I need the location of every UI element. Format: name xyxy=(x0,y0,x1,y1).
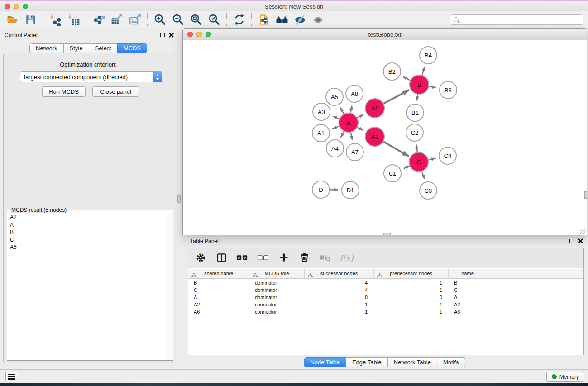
column-header-MCDS-role[interactable]: MCDS role xyxy=(249,269,305,278)
graph-edge[interactable] xyxy=(403,77,410,81)
result-item[interactable]: C xyxy=(10,236,173,244)
run-mcds-button[interactable]: Run MCDS xyxy=(42,86,86,97)
graph-edge[interactable] xyxy=(351,133,353,140)
graph-edge[interactable] xyxy=(340,108,344,114)
column-header-name[interactable]: name xyxy=(449,269,487,278)
table-close-icon[interactable] xyxy=(578,238,583,243)
search-input[interactable] xyxy=(459,15,583,24)
close-panel-button[interactable]: Close panel xyxy=(92,86,139,97)
panel-splitter-handle[interactable] xyxy=(177,195,181,203)
tab-style[interactable]: Style xyxy=(63,43,89,53)
column-header-predecessor-nodes[interactable]: predecessor nodes xyxy=(374,269,449,278)
tab-mcds[interactable]: MCDS xyxy=(117,43,147,53)
close-panel-icon[interactable] xyxy=(169,33,174,38)
zoom-selected-button[interactable] xyxy=(205,12,223,27)
vertical-scroll-handle[interactable] xyxy=(584,191,587,199)
tab-network[interactable]: Network xyxy=(29,43,64,53)
graph-node-A8[interactable]: A8 xyxy=(346,85,363,102)
graph-node-B1[interactable]: B1 xyxy=(406,104,424,121)
graph-node-C4[interactable]: C4 xyxy=(439,147,456,164)
graph-node-C[interactable]: C xyxy=(409,152,428,172)
graph-node-A6[interactable]: A6 xyxy=(365,99,384,118)
home-views-button[interactable] xyxy=(273,12,291,27)
table-row[interactable]: Cdominator41C xyxy=(188,286,583,294)
graph-node-B2[interactable]: B2 xyxy=(383,63,401,80)
graph-node-B[interactable]: B xyxy=(410,75,429,94)
criterion-select[interactable]: largest connected component (directed) xyxy=(20,71,162,82)
graph-node-B3[interactable]: B3 xyxy=(440,81,457,99)
graph-edge[interactable] xyxy=(333,116,339,119)
table-row[interactable]: Bdominator41B xyxy=(188,279,583,286)
column-header-shared-name[interactable]: shared name xyxy=(188,269,249,278)
table-row[interactable]: A6connector11A6 xyxy=(188,308,583,315)
tab-network-table[interactable]: Network Table xyxy=(387,357,437,367)
graph-edge[interactable] xyxy=(422,172,425,179)
tab-motifs[interactable]: Motifs xyxy=(437,357,465,367)
graph-edge[interactable] xyxy=(417,95,418,101)
import-network-button[interactable] xyxy=(47,12,65,27)
export-network-button[interactable] xyxy=(90,12,108,27)
graph-node-C1[interactable]: C1 xyxy=(384,165,401,182)
result-scrollbar[interactable] xyxy=(167,213,173,360)
graph-node-B4[interactable]: B4 xyxy=(420,47,437,64)
create-column-button[interactable] xyxy=(277,251,291,266)
preview-eye-button[interactable] xyxy=(309,12,327,27)
graph-edge[interactable] xyxy=(383,142,409,157)
task-history-button[interactable] xyxy=(5,372,17,381)
graph-edge[interactable] xyxy=(332,126,339,129)
table-row[interactable]: Adominator80A xyxy=(188,294,583,301)
delete-table-button[interactable] xyxy=(319,251,332,266)
zoom-in-button[interactable] xyxy=(151,12,169,27)
network-canvas[interactable]: A5A8A3A1A4A7AA6A2B2B4BB3B1C2CC4C1C3DD1 xyxy=(183,41,586,234)
export-image-button[interactable] xyxy=(126,12,144,27)
graph-edge[interactable] xyxy=(341,132,344,138)
graph-node-D[interactable]: D xyxy=(312,181,330,198)
tab-node-table[interactable]: Node Table xyxy=(304,357,346,367)
graph-edge[interactable] xyxy=(429,86,436,88)
graph-edge[interactable] xyxy=(429,158,436,160)
save-session-button[interactable] xyxy=(22,12,40,27)
import-table-button[interactable] xyxy=(65,12,83,27)
graph-node-C2[interactable]: C2 xyxy=(406,124,423,141)
export-table-button[interactable] xyxy=(108,12,126,27)
graph-node-A3[interactable]: A3 xyxy=(313,103,330,120)
tab-edge-table[interactable]: Edge Table xyxy=(346,357,388,367)
graph-node-A1[interactable]: A1 xyxy=(312,124,330,142)
graph-edge[interactable] xyxy=(357,127,363,130)
float-panel-icon[interactable] xyxy=(160,33,165,37)
graph-edge[interactable] xyxy=(350,106,352,113)
search-box[interactable] xyxy=(450,14,583,25)
refresh-button[interactable] xyxy=(230,12,248,27)
resize-grip-icon[interactable] xyxy=(580,229,586,234)
graph-node-D1[interactable]: D1 xyxy=(342,181,359,199)
graph-edge[interactable] xyxy=(404,166,410,169)
table-row[interactable]: A2connector11A2 xyxy=(188,301,583,308)
select-all-button[interactable] xyxy=(235,251,249,266)
open-session-button[interactable] xyxy=(4,12,22,27)
graph-node-A2[interactable]: A2 xyxy=(365,127,384,146)
result-item[interactable]: A xyxy=(10,221,173,229)
zoom-fit-button[interactable] xyxy=(187,12,205,27)
result-item[interactable]: B xyxy=(10,229,173,236)
toggle-visibility-button[interactable] xyxy=(291,12,309,27)
deselect-all-button[interactable] xyxy=(256,251,270,266)
graph-edge[interactable] xyxy=(357,114,363,118)
result-item[interactable]: A2 xyxy=(10,214,173,221)
zoom-out-button[interactable] xyxy=(169,12,187,27)
network-window-titlebar[interactable]: testGlobe.txt xyxy=(183,29,587,40)
graph-edge[interactable] xyxy=(416,145,417,152)
graph-node-A7[interactable]: A7 xyxy=(346,143,363,161)
graph-edge[interactable] xyxy=(383,90,409,104)
graph-node-A4[interactable]: A4 xyxy=(326,140,344,157)
memory-button[interactable]: Memory xyxy=(546,372,584,382)
tab-select[interactable]: Select xyxy=(89,43,118,53)
table-float-icon[interactable] xyxy=(569,239,574,243)
table-settings-button[interactable] xyxy=(194,251,207,266)
network-document-button[interactable] xyxy=(255,12,273,27)
show-column-button[interactable] xyxy=(215,251,228,266)
column-header-successor-nodes[interactable]: successor nodes xyxy=(305,269,374,278)
delete-column-button[interactable] xyxy=(298,251,311,266)
result-item[interactable]: A6 xyxy=(10,243,173,251)
graph-node-A[interactable]: A xyxy=(339,113,358,132)
graph-edge[interactable] xyxy=(422,67,425,75)
